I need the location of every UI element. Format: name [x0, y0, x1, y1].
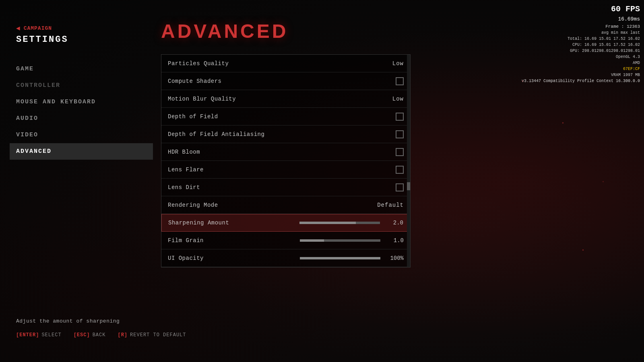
- sidebar-item-video[interactable]: VIDEO: [16, 127, 153, 143]
- setting-checkbox-depth-of-field[interactable]: [396, 113, 404, 121]
- page-title: ADVANCED: [161, 20, 411, 42]
- setting-label-film-grain: Film Grain: [168, 237, 204, 244]
- sidebar-item-game[interactable]: GAME: [16, 61, 153, 77]
- setting-label-sharpening-amount: Sharpening Amount: [168, 220, 229, 226]
- setting-label-lens-flare: Lens Flare: [168, 167, 204, 173]
- frame-ms: 16.69ms: [522, 15, 640, 23]
- setting-label-depth-of-field: Depth of Field: [168, 113, 218, 120]
- info-text: Adjust the amount of sharpening: [16, 318, 186, 324]
- setting-row-rendering-mode[interactable]: Rendering ModeDefault: [161, 196, 410, 214]
- particle-1: [562, 122, 564, 123]
- control-key: [ENTER]: [16, 332, 39, 338]
- setting-checkbox-lens-flare[interactable]: [396, 166, 404, 174]
- sidebar-title: SETTINGS: [16, 35, 153, 45]
- control-key: [R]: [118, 332, 128, 338]
- setting-row-lens-dirt[interactable]: Lens Dirt: [161, 179, 410, 196]
- hud-stats-header: avg min max last: [522, 30, 640, 36]
- nav-menu: GAMECONTROLLERMOUSE AND KEYBOARDAUDIOVID…: [16, 61, 153, 160]
- particle-3: [522, 80, 523, 82]
- scrollbar-thumb[interactable]: [407, 182, 410, 190]
- sidebar-item-mouse[interactable]: MOUSE AND KEYBOARD: [16, 94, 153, 110]
- setting-checkbox-lens-dirt[interactable]: [396, 183, 404, 191]
- back-arrow-icon: ◀: [16, 24, 21, 32]
- particle-2: [582, 249, 584, 251]
- hud-gpu: GPU: 298.01298.01298.01298.01: [522, 48, 640, 54]
- setting-slider-area-film-grain: 1.0: [300, 237, 404, 244]
- setting-label-motion-blur-quality: Motion Blur Quality: [168, 96, 236, 102]
- scrollbar[interactable]: [407, 55, 410, 267]
- sidebar: ◀ CAMPAIGN SETTINGS GAMECONTROLLERMOUSE …: [0, 24, 153, 160]
- back-link[interactable]: ◀ CAMPAIGN: [16, 24, 153, 32]
- setting-row-hdr-bloom[interactable]: HDR Bloom: [161, 143, 410, 161]
- back-label: CAMPAIGN: [24, 25, 52, 31]
- fps-counter: 60 FPS: [522, 3, 640, 15]
- setting-row-depth-of-field-aa[interactable]: Depth of Field Antialiasing: [161, 125, 410, 143]
- hud-gpu-id: 67EF:CF: [522, 66, 640, 72]
- setting-label-ui-opacity: UI Opacity: [168, 255, 204, 261]
- setting-row-compute-shaders[interactable]: Compute Shaders: [161, 72, 410, 90]
- setting-row-film-grain[interactable]: Film Grain1.0: [161, 232, 410, 249]
- control-item-esc: [ESC]BACK: [74, 332, 106, 338]
- setting-row-motion-blur-quality[interactable]: Motion Blur QualityLow: [161, 90, 410, 108]
- setting-row-depth-of-field[interactable]: Depth of Field: [161, 108, 410, 125]
- controls-bar: [ENTER]SELECT[ESC]BACK[R]REVERT TO DEFAU…: [16, 332, 186, 338]
- setting-label-particles-quality: Particles Quality: [168, 60, 229, 67]
- slider-fill-sharpening-amount: [299, 222, 356, 224]
- slider-value-ui-opacity: 100%: [384, 255, 404, 261]
- setting-label-rendering-mode: Rendering Mode: [168, 202, 218, 208]
- setting-checkbox-depth-of-field-aa[interactable]: [396, 130, 404, 138]
- hud-context: v3.13447 Compatibility Profile Context 1…: [522, 78, 640, 84]
- setting-checkbox-compute-shaders[interactable]: [396, 77, 404, 85]
- setting-label-compute-shaders: Compute Shaders: [168, 78, 222, 84]
- slider-track-ui-opacity[interactable]: [300, 257, 380, 259]
- frame-counter: Frame : 12363: [522, 23, 640, 30]
- setting-row-lens-flare[interactable]: Lens Flare: [161, 161, 410, 179]
- sidebar-item-advanced[interactable]: ADVANCED: [10, 143, 153, 160]
- hud-total: Total: 16.69 15.01 17.52 16.02: [522, 36, 640, 42]
- control-item-r: [R]REVERT TO DEFAULT: [118, 332, 186, 338]
- setting-slider-area-ui-opacity: 100%: [300, 255, 404, 261]
- setting-value-rendering-mode: Default: [377, 202, 404, 208]
- slider-value-sharpening-amount: 2.0: [383, 220, 403, 226]
- hud-vram: VRAM 1997 MB: [522, 72, 640, 78]
- setting-row-particles-quality[interactable]: Particles QualityLow: [161, 55, 410, 72]
- slider-fill-ui-opacity: [300, 257, 380, 259]
- performance-hud: 60 FPS 16.69ms Frame : 12363 avg min max…: [522, 3, 640, 84]
- control-label: BACK: [93, 332, 106, 338]
- setting-row-ui-opacity[interactable]: UI Opacity100%: [161, 249, 410, 267]
- setting-label-hdr-bloom: HDR Bloom: [168, 149, 200, 155]
- slider-fill-film-grain: [300, 239, 324, 242]
- sidebar-item-controller[interactable]: CONTROLLER: [16, 77, 153, 94]
- control-label: REVERT TO DEFAULT: [130, 332, 186, 338]
- setting-label-depth-of-field-aa: Depth of Field Antialiasing: [168, 131, 264, 138]
- main-content: ADVANCED Particles QualityLowCompute Sha…: [161, 20, 411, 267]
- hud-cpu: CPU: 16.69 15.01 17.52 16.02: [522, 42, 640, 48]
- setting-value-particles-quality: Low: [392, 60, 404, 67]
- setting-value-motion-blur-quality: Low: [392, 96, 404, 102]
- sidebar-item-audio[interactable]: AUDIO: [16, 110, 153, 127]
- control-item-enter: [ENTER]SELECT: [16, 332, 62, 338]
- control-label: SELECT: [41, 332, 61, 338]
- particle-4: [603, 181, 604, 182]
- slider-value-film-grain: 1.0: [384, 237, 404, 244]
- setting-slider-area-sharpening-amount: 2.0: [299, 220, 403, 226]
- slider-track-sharpening-amount[interactable]: [299, 222, 380, 224]
- setting-row-sharpening-amount[interactable]: Sharpening Amount2.0: [161, 214, 410, 232]
- slider-track-film-grain[interactable]: [300, 239, 380, 242]
- hud-amd: AMD: [522, 60, 640, 66]
- hud-opengl: OpenGL 4.3: [522, 54, 640, 60]
- control-key: [ESC]: [74, 332, 90, 338]
- bottom-info: Adjust the amount of sharpening [ENTER]S…: [16, 318, 186, 338]
- settings-list: Particles QualityLowCompute ShadersMotio…: [161, 54, 411, 267]
- setting-label-lens-dirt: Lens Dirt: [168, 184, 200, 191]
- setting-checkbox-hdr-bloom[interactable]: [396, 148, 404, 156]
